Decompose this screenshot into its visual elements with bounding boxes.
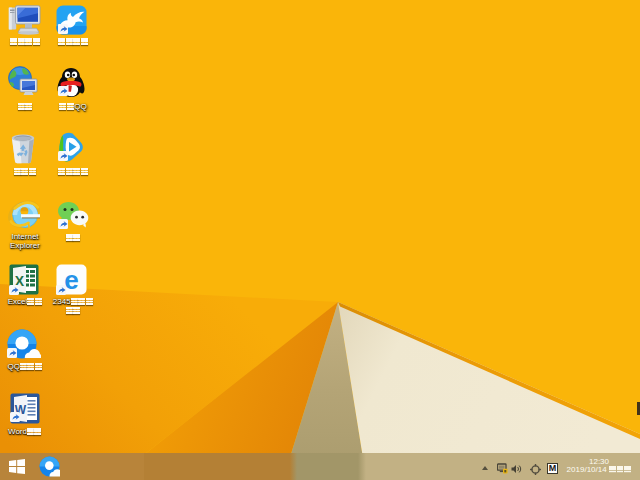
svg-text:e: e — [64, 265, 78, 295]
